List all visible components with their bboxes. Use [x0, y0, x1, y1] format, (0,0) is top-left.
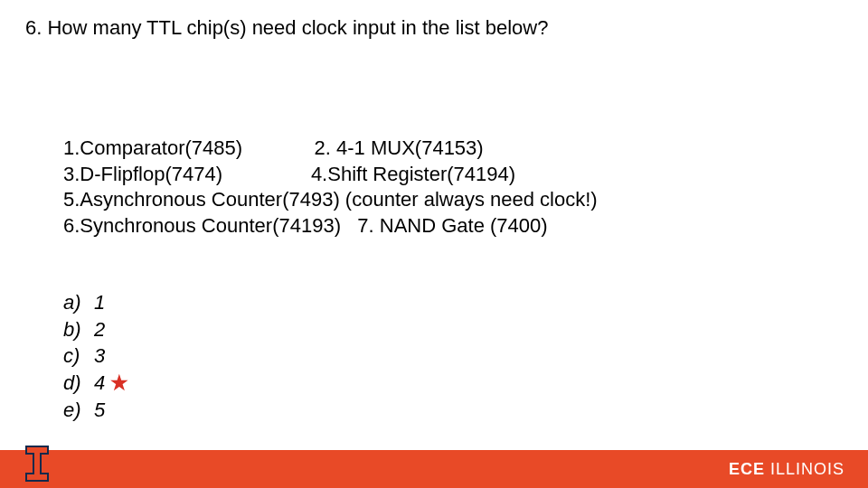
- option-a: a) 1: [63, 289, 128, 316]
- svg-rect-4: [34, 453, 40, 474]
- option-b: b) 2: [63, 316, 128, 343]
- chip-2: 2. 4-1 MUX(74153): [315, 136, 484, 159]
- ece-illinois-wordmark: ECE ILLINOIS: [729, 460, 844, 479]
- option-letter: a): [63, 289, 94, 316]
- option-c: c) 3: [63, 343, 128, 370]
- illinois-block-i-icon: [25, 446, 49, 482]
- option-letter: c): [63, 343, 94, 370]
- option-value: 1: [94, 289, 105, 316]
- chip-4: 4.Shift Register(74194): [311, 163, 515, 185]
- option-value: 3: [94, 343, 105, 370]
- chip-row-3: 5.Asynchronous Counter(7493) (counter al…: [63, 187, 598, 213]
- chip-6: 6.Synchronous Counter(74193): [63, 214, 341, 237]
- footer-bar: ECE ILLINOIS: [0, 450, 868, 488]
- option-value: 5: [94, 397, 105, 424]
- chip-row-4: 6.Synchronous Counter(74193) 7. NAND Gat…: [63, 213, 598, 239]
- correct-star-icon: ★: [110, 370, 128, 397]
- chip-row-2: 3.D-Flipflop(7474) 4.Shift Register(7419…: [63, 162, 598, 188]
- option-d: d) 4 ★: [63, 370, 128, 397]
- option-value: 4: [94, 370, 105, 397]
- answer-options: a) 1 b) 2 c) 3 d) 4 ★ e) 5: [63, 289, 128, 423]
- ece-text: ECE: [729, 460, 765, 478]
- chip-3: 3.D-Flipflop(7474): [63, 163, 222, 185]
- illinois-text: ILLINOIS: [765, 460, 844, 478]
- option-letter: b): [63, 316, 94, 343]
- chip-5: 5.Asynchronous Counter(7493) (counter al…: [63, 188, 598, 211]
- option-e: e) 5: [63, 397, 128, 424]
- option-letter: e): [63, 397, 94, 424]
- chip-1: 1.Comparator(7485): [63, 136, 242, 159]
- question-text: 6. How many TTL chip(s) need clock input…: [25, 16, 548, 40]
- chip-7: 7. NAND Gate (7400): [357, 214, 547, 237]
- svg-rect-5: [27, 474, 47, 480]
- option-value: 2: [94, 316, 105, 343]
- chip-row-1: 1.Comparator(7485) 2. 4-1 MUX(74153): [63, 136, 598, 162]
- svg-rect-3: [27, 447, 47, 453]
- chip-list: 1.Comparator(7485) 2. 4-1 MUX(74153) 3.D…: [63, 136, 598, 239]
- option-letter: d): [63, 370, 94, 397]
